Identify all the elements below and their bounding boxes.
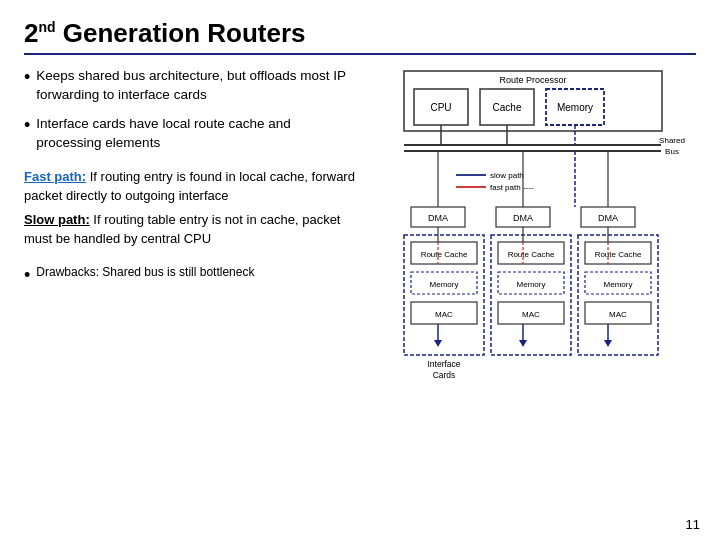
svg-text:MAC: MAC xyxy=(435,310,453,319)
svg-rect-26 xyxy=(411,242,477,264)
slow-path-paragraph: Slow path: If routing table entry is not… xyxy=(24,210,358,249)
svg-text:MAC: MAC xyxy=(609,310,627,319)
svg-text:Shared: Shared xyxy=(659,136,685,145)
drawback-dot: • xyxy=(24,266,30,284)
svg-text:Memory: Memory xyxy=(517,280,546,289)
svg-rect-6 xyxy=(546,89,604,125)
svg-text:Cards: Cards xyxy=(433,370,456,380)
title-bar: 2nd Generation Routers xyxy=(24,18,696,55)
page: 2nd Generation Routers • Keeps shared bu… xyxy=(0,0,720,540)
svg-text:Memory: Memory xyxy=(604,280,633,289)
svg-text:DMA: DMA xyxy=(598,213,618,223)
page-number: 11 xyxy=(686,517,700,532)
svg-rect-28 xyxy=(411,272,477,294)
svg-text:Interface: Interface xyxy=(427,359,460,369)
svg-rect-0 xyxy=(404,71,662,131)
svg-rect-40 xyxy=(585,242,651,264)
svg-rect-32 xyxy=(491,235,571,355)
svg-text:Memory: Memory xyxy=(430,280,459,289)
svg-marker-55 xyxy=(434,340,442,347)
bullet-2: • Interface cards have local route cache… xyxy=(24,115,358,153)
svg-text:Route Cache: Route Cache xyxy=(508,250,555,259)
drawback-text: Drawbacks: Shared bus is still bottlenec… xyxy=(36,265,254,279)
slow-path-label: Slow path: xyxy=(24,212,90,227)
bullet-1-text: Keeps shared bus architecture, but offlo… xyxy=(36,67,358,105)
bullet-dot-2: • xyxy=(24,116,30,134)
svg-rect-4 xyxy=(480,89,534,125)
svg-text:Bus: Bus xyxy=(665,147,679,156)
svg-rect-21 xyxy=(496,207,550,227)
svg-rect-23 xyxy=(581,207,635,227)
svg-rect-44 xyxy=(585,302,651,324)
svg-marker-57 xyxy=(519,340,527,347)
svg-rect-33 xyxy=(498,242,564,264)
content-area: • Keeps shared bus architecture, but off… xyxy=(24,67,696,528)
svg-rect-35 xyxy=(498,272,564,294)
fast-slow-section: Fast path: If routing entry is found in … xyxy=(24,167,358,249)
svg-text:Route Cache: Route Cache xyxy=(595,250,642,259)
left-panel: • Keeps shared bus architecture, but off… xyxy=(24,67,366,528)
svg-text:DMA: DMA xyxy=(428,213,448,223)
svg-rect-37 xyxy=(498,302,564,324)
svg-text:Route Processor: Route Processor xyxy=(499,75,566,85)
svg-text:fast path ----: fast path ---- xyxy=(490,183,534,192)
svg-rect-19 xyxy=(411,207,465,227)
drawback-item: • Drawbacks: Shared bus is still bottlen… xyxy=(24,265,358,284)
fast-path-paragraph: Fast path: If routing entry is found in … xyxy=(24,167,358,206)
svg-rect-25 xyxy=(404,235,484,355)
svg-text:Memory: Memory xyxy=(557,102,593,113)
svg-text:DMA: DMA xyxy=(513,213,533,223)
bullet-1: • Keeps shared bus architecture, but off… xyxy=(24,67,358,105)
svg-rect-2 xyxy=(414,89,468,125)
svg-rect-30 xyxy=(411,302,477,324)
svg-text:MAC: MAC xyxy=(522,310,540,319)
svg-rect-39 xyxy=(578,235,658,355)
svg-text:CPU: CPU xyxy=(430,102,451,113)
diagram-panel: Route Processor CPU Cache Memory Shared … xyxy=(376,67,696,528)
title-number: 2 xyxy=(24,18,38,48)
svg-rect-42 xyxy=(585,272,651,294)
diagram-svg: Route Processor CPU Cache Memory Shared … xyxy=(376,67,696,477)
svg-marker-59 xyxy=(604,340,612,347)
fast-path-label: Fast path: xyxy=(24,169,86,184)
svg-text:slow path: slow path xyxy=(490,171,524,180)
svg-text:Cache: Cache xyxy=(493,102,522,113)
page-title: 2nd Generation Routers xyxy=(24,18,306,49)
svg-text:Route Cache: Route Cache xyxy=(421,250,468,259)
bullet-dot-1: • xyxy=(24,68,30,86)
bullet-2-text: Interface cards have local route cache a… xyxy=(36,115,358,153)
